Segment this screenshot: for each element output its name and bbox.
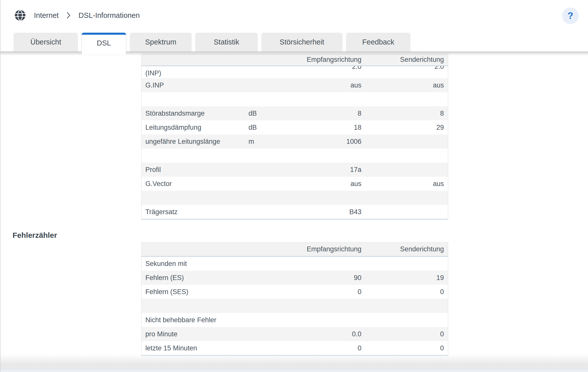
cell-unit: [245, 78, 277, 92]
tab-dsl[interactable]: DSL: [81, 33, 126, 55]
cell-unit: [245, 205, 277, 219]
help-button[interactable]: ?: [562, 8, 579, 24]
cell-rx: [277, 257, 361, 271]
header-receive-direction: Empfangsrichtung: [277, 242, 361, 257]
cell-tx: 29: [361, 120, 448, 134]
header-empty-cell: [142, 54, 245, 66]
cell-tx: [361, 92, 448, 106]
header-empty-cell: [245, 242, 277, 257]
cell-unit: [245, 271, 277, 285]
chevron-right-icon: [67, 12, 70, 19]
cell-tx: [361, 134, 448, 149]
header-send-direction: Senderichtung: [361, 54, 448, 66]
table-row: StörabstandsmargedB88: [142, 106, 448, 120]
cell-tx: [361, 191, 448, 205]
table-spacer-row: [142, 92, 448, 106]
cell-tx: [361, 163, 448, 177]
cell-label: Profil: [142, 163, 245, 177]
cell-tx: aus: [361, 78, 448, 92]
cell-label: G.INP: [142, 78, 245, 92]
cell-rx: 0: [277, 341, 361, 355]
cell-rx: [277, 299, 361, 313]
cell-tx: 19: [361, 271, 448, 285]
tab-bar: ÜbersichtDSLSpektrumStatistikStörsicherh…: [14, 33, 410, 55]
table-row: G.INPausaus: [142, 78, 448, 92]
table-row: letzte 15 Minuten00: [142, 341, 448, 355]
table-row: G.Vectorausaus: [142, 177, 448, 191]
table-header-row: Empfangsrichtung Senderichtung: [142, 242, 448, 257]
tab-statistik[interactable]: Statistik: [195, 33, 258, 52]
cell-label: (INP): [142, 66, 245, 78]
cell-label: pro Minute: [142, 327, 245, 341]
cell-rx: [277, 191, 361, 205]
breadcrumb-section: Internet: [34, 11, 59, 20]
footer-bar: [1, 366, 588, 369]
footer-fade: [1, 354, 588, 366]
cell-rx: [277, 149, 361, 163]
tab--bersicht[interactable]: Übersicht: [14, 33, 78, 52]
cell-label: Fehlern (SES): [142, 285, 245, 299]
cell-label: Leitungsdämpfung: [142, 120, 245, 134]
cell-unit: [245, 257, 277, 271]
header-receive-direction: Empfangsrichtung: [277, 54, 361, 66]
table-row: pro Minute0.00: [142, 327, 448, 341]
cell-unit: [245, 327, 277, 341]
cell-rx: aus: [277, 177, 361, 191]
top-bar: Internet DSL-Informationen ?: [1, 0, 588, 33]
footer-bottom-strip: [1, 369, 588, 372]
table-row: TrägersatzB43: [142, 205, 448, 219]
cell-label: Fehlern (ES): [142, 271, 245, 285]
table-spacer-row: [142, 299, 448, 313]
cell-label: ungefähre Leitungslänge: [142, 134, 245, 149]
cell-tx: aus: [361, 177, 448, 191]
cell-rx: B43: [277, 205, 361, 219]
cell-unit: [245, 191, 277, 205]
table-row: Sekunden mit: [142, 257, 448, 271]
cell-unit: [245, 313, 277, 327]
cell-unit: [245, 163, 277, 177]
error-counter-heading: Fehlerzähler: [13, 231, 57, 240]
cell-unit: dB: [245, 106, 277, 120]
cell-rx: 90: [277, 271, 361, 285]
cell-tx: 0: [361, 341, 448, 355]
cell-unit: [245, 299, 277, 313]
cell-unit: m: [245, 134, 277, 149]
cell-unit: dB: [245, 120, 277, 134]
tab-spektrum[interactable]: Spektrum: [130, 33, 192, 52]
dsl-parameters-table-wrap: Empfangsrichtung Senderichtung (INP)2.02…: [141, 54, 448, 219]
header-send-direction: Senderichtung: [361, 242, 448, 257]
cell-unit: [245, 66, 277, 78]
cell-tx: [361, 313, 448, 327]
table-row: Nicht behebbare Fehler: [142, 313, 448, 327]
dsl-information-page: Internet DSL-Informationen ? ÜbersichtDS…: [0, 0, 588, 372]
table-row: (INP)2.02.0: [142, 66, 448, 78]
cell-rx: 18: [277, 120, 361, 134]
cell-tx: [361, 257, 448, 271]
cell-unit: [245, 149, 277, 163]
cell-tx: 8: [361, 106, 448, 120]
cell-rx: 0.0: [277, 327, 361, 341]
tab-feedback[interactable]: Feedback: [346, 33, 410, 52]
cell-unit: [245, 177, 277, 191]
tab-st-rsicherheit[interactable]: Störsicherheit: [261, 33, 343, 52]
cell-unit: [245, 285, 277, 299]
table-row: ungefähre Leitungslängem1006: [142, 134, 448, 149]
table-header-row: Empfangsrichtung Senderichtung: [142, 54, 448, 66]
cell-tx: 2.0: [361, 66, 448, 78]
breadcrumb: Internet DSL-Informationen: [14, 10, 140, 21]
cell-rx: [277, 92, 361, 106]
error-counter-table-wrap: Empfangsrichtung Senderichtung Sekunden …: [141, 242, 448, 356]
cell-rx: 0: [277, 285, 361, 299]
cell-tx: 0: [361, 327, 448, 341]
cell-unit: [245, 92, 277, 106]
cell-label: [142, 299, 245, 313]
table-row: Fehlern (SES)00: [142, 285, 448, 299]
cell-rx: 1006: [277, 134, 361, 149]
table-row: LeitungsdämpfungdB1829: [142, 120, 448, 134]
cell-tx: 0: [361, 285, 448, 299]
cell-label: Störabstandsmarge: [142, 106, 245, 120]
cell-unit: [245, 341, 277, 355]
cell-tx: [361, 299, 448, 313]
table-row: Fehlern (ES)9019: [142, 271, 448, 285]
cell-rx: aus: [277, 78, 361, 92]
